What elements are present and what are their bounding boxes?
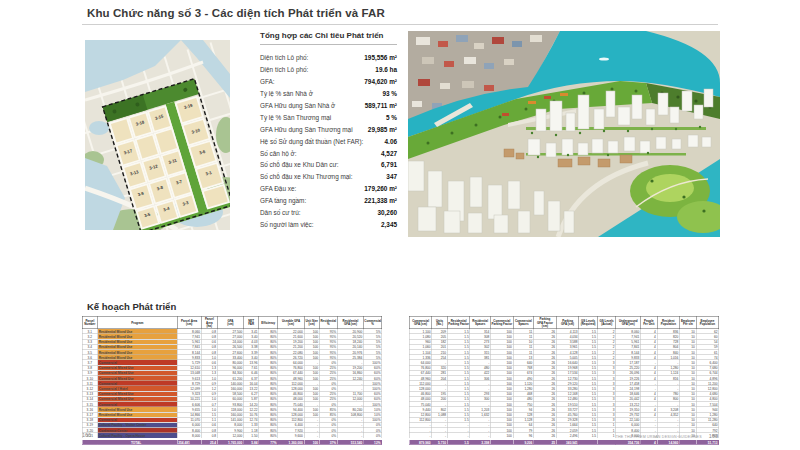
column-header: Unit Size (sm) (304, 316, 319, 329)
summary-panel: Tổng hợp các Chỉ tiêu Phát triển Diện tí… (260, 31, 397, 230)
summary-row: Số chỗ đậu xe Khu Dân cư:6,791 (260, 159, 397, 171)
column-header: Parcel Area (ha) (201, 316, 217, 329)
summary-divider (260, 44, 397, 45)
summary-rows: Diện tích Lô phố:195,556 m²Diện tích Lô … (260, 52, 397, 230)
zone-map-figure: 3-193-183-153-173-103-113-123-133-93-83-… (85, 40, 230, 230)
summary-row: Hệ số Sử dụng đất thuần (Net FAR):4.06 (260, 135, 397, 147)
summary-row: Dân số cư trú:30,260 (260, 207, 397, 219)
summary-value: 221,338 m² (364, 197, 397, 204)
column-header: Commercial Parking Factor (490, 316, 513, 329)
footer-text: THE THU THIEM URBAN DESIGN GUIDELINES (616, 435, 702, 439)
summary-value: 179,260 m² (364, 185, 397, 192)
column-header: GS Levels (Required) (579, 316, 598, 329)
summary-row: Tỷ lệ % sàn Nhà ở93 % (260, 88, 397, 100)
summary-value: 93 % (382, 90, 397, 97)
summary-label: Dân số cư trú: (260, 209, 301, 216)
summary-label: Diện tích Lô phố: (260, 66, 308, 73)
plan-table-right-wrap: Commercial GFA (sm)Units (No.)Residentia… (409, 316, 719, 445)
column-header: Underground GFA (sm) (616, 316, 641, 329)
title-divider (82, 24, 718, 25)
footer: THE THU THIEM URBAN DESIGN GUIDELINES 16… (616, 433, 718, 439)
summary-row: GFA Đậu xe:179,260 m² (260, 183, 397, 195)
summary-label: Số căn hộ ở: (260, 150, 297, 157)
page-number-right: 163 (709, 433, 718, 439)
summary-label: GFA Hữu dụng Sàn Thương mại (260, 126, 353, 133)
column-header: Units (No.) (432, 316, 447, 329)
summary-label: Hệ số Sử dụng đất thuần (Net FAR): (260, 138, 363, 145)
page-number-left: 166 (82, 432, 91, 438)
summary-row: GFA Hữu dụng Sàn Nhà ở589,711 m² (260, 100, 397, 112)
summary-value: 794,620 m² (364, 78, 397, 85)
column-header: Parcel Area (sm) (177, 316, 201, 329)
summary-row: Số căn hộ ở:4,527 (260, 147, 397, 159)
column-header: Parking GFA (sm) (556, 316, 579, 329)
summary-value: 195,556 m² (364, 54, 397, 61)
plan-table-left-wrap: Parcel NumberProgramParcel Area (sm)Parc… (82, 316, 382, 445)
column-header: Employee Population (696, 316, 719, 329)
summary-row: GFA:794,620 m² (260, 76, 397, 88)
summary-label: Tỷ lệ % Sàn Thương mại (260, 114, 331, 121)
column-header: Resident Population (657, 316, 680, 329)
column-header: Residential Spaces (470, 316, 491, 329)
summary-row: Diện tích Lô phố:195,556 m² (260, 52, 397, 64)
summary-value: 5 % (386, 114, 397, 121)
summary-value: 29,985 m² (368, 126, 397, 133)
table-total-row: TOTAL254,48125.41,765,0005.8477%1,360,00… (82, 439, 382, 445)
column-header: Commercial % (364, 316, 382, 329)
column-header: NET FAR (244, 316, 259, 329)
summary-label: Tỷ lệ % sàn Nhà ở (260, 90, 313, 97)
column-header: Residential GFA (sm) (337, 316, 363, 329)
table-total-row: 879,9605,7101.53,3989,20625340,941354,73… (409, 439, 719, 445)
column-header: Parking GFA Factor (sm) (534, 316, 557, 329)
summary-label: GFA Đậu xe: (260, 185, 296, 192)
summary-row: Số chỗ đậu xe Khu Thương mại:347 (260, 171, 397, 183)
summary-label: Số chỗ đậu xe Khu Thương mại: (260, 173, 353, 180)
aerial-render-figure (408, 31, 720, 237)
column-header: GS Levels (Actual) (597, 316, 616, 329)
development-plan-table-left: Parcel NumberProgramParcel Area (sm)Parc… (82, 316, 382, 445)
summary-row: Số người làm việc:2,345 (260, 218, 397, 230)
column-header: Employee Per sm (680, 316, 696, 329)
summary-row: Diện tích Lô phố:19.6 ha (260, 64, 397, 76)
page-title: Khu Chức năng số 3 - Các diện tích Phát … (87, 7, 385, 19)
column-header: Residential Parking Factor (447, 316, 470, 329)
summary-label: GFA: (260, 78, 275, 85)
column-header: Parcel Number (82, 316, 97, 329)
column-header: Program (97, 316, 177, 329)
development-plan-table-right: Commercial GFA (sm)Units (No.)Residentia… (409, 316, 719, 445)
summary-label: GFA tầng ngầm: (260, 197, 306, 204)
summary-label: Số người làm việc: (260, 221, 314, 228)
summary-label: Diện tích Lô phố: (260, 54, 308, 61)
summary-value: 30,260 (377, 209, 397, 216)
summary-value: 4.06 (385, 138, 397, 145)
summary-label: Số chỗ đậu xe Khu Dân cư: (260, 161, 339, 168)
column-header: GFA (sm) (217, 316, 243, 329)
column-header: Residential % (319, 316, 337, 329)
summary-value: 2,345 (381, 221, 397, 228)
summary-value: 347 (386, 173, 397, 180)
summary-value: 6,791 (381, 161, 397, 168)
summary-title: Tổng hợp các Chỉ tiêu Phát triển (260, 31, 397, 40)
summary-value: 589,711 m² (365, 102, 397, 109)
column-header: Efficiency (259, 316, 278, 329)
summary-value: 19.6 ha (375, 66, 397, 73)
column-header: People Per Unit (641, 316, 657, 329)
summary-row: Tỷ lệ % Sàn Thương mại5 % (260, 111, 397, 123)
column-header: Commercial Spaces (513, 316, 534, 329)
plan-section-title: Kế hoạch Phát triển (87, 301, 176, 312)
summary-value: 4,527 (381, 150, 397, 157)
column-header: Commercial GFA (sm) (409, 316, 432, 329)
column-header: Useable GFA (sm) (278, 316, 304, 329)
summary-label: GFA Hữu dụng Sàn Nhà ở (260, 102, 335, 109)
summary-row: GFA Hữu dụng Sàn Thương mại29,985 m² (260, 123, 397, 135)
summary-row: GFA tầng ngầm:221,338 m² (260, 195, 397, 207)
document-page: Khu Chức năng số 3 - Các diện tích Phát … (0, 0, 800, 450)
